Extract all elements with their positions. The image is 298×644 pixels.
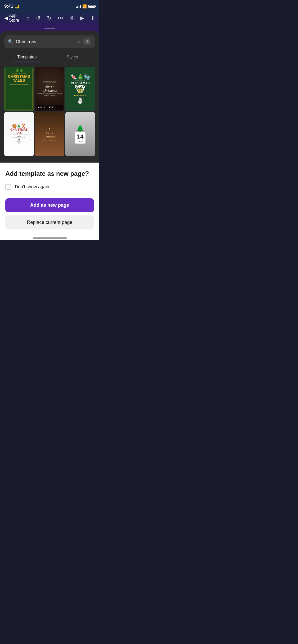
holly-decoration-2: 🌿 <box>20 69 23 72</box>
countdown-box: 14 Days <box>75 132 85 144</box>
countdown-label: Days <box>77 140 83 142</box>
back-label: App Store <box>9 13 26 23</box>
template-item-6[interactable]: 🌲 14 Days <box>65 112 95 156</box>
status-right: 📶 <box>76 4 95 8</box>
moon-icon: 🌙 <box>15 4 19 8</box>
dont-show-checkbox[interactable] <box>5 184 11 190</box>
battery-icon <box>88 5 95 8</box>
fair-snowman-icon: ⛄ <box>16 139 22 144</box>
search-icon: 🔍 <box>8 39 13 44</box>
content-area: 🔍 Christmas ✕ ⚙ Templates Styles 🌿 � <box>0 26 99 163</box>
template-title-2: MerryChristmas <box>37 84 62 93</box>
template-month-3: DECEMBER <box>67 94 93 96</box>
sheet-handle <box>44 28 55 29</box>
search-bar[interactable]: 🔍 Christmas ✕ ⚙ <box>4 35 95 48</box>
plant-decoration: 🌲 <box>76 125 84 132</box>
redo-icon[interactable]: ↻ <box>47 15 51 21</box>
template-title-5: MerryChristmas <box>44 131 56 138</box>
template-subtitle-4: JOIN US FOR CRAFTS, MUSIC AND DELICIOUS … <box>6 134 32 137</box>
search-clear-icon[interactable]: ✕ <box>77 39 81 44</box>
template-item-2[interactable]: 25 DECEMBER, 2022 MerryChristmas May the… <box>35 67 65 111</box>
template-item-1[interactable]: 🌿 🌿 HELENE PAQUET CHRISTMASTALES Fun chr… <box>4 67 34 111</box>
tab-styles[interactable]: Styles <box>50 52 95 62</box>
more-icon[interactable]: ••• <box>58 15 63 21</box>
back-arrow-icon: ◀ <box>4 15 8 21</box>
template-item-3[interactable]: 🍬🎄🧤 JOIN US FOR A CHRISTMASPARTY 25 DECE… <box>65 67 95 111</box>
signal-bars <box>76 5 81 8</box>
add-as-new-page-button[interactable]: Add as new page <box>5 198 94 212</box>
home-bar <box>33 237 67 239</box>
modal-sheet: Add template as new page? Don't show aga… <box>0 163 99 235</box>
search-query[interactable]: Christmas <box>16 39 75 44</box>
share-icon[interactable]: ⬆ <box>91 15 95 21</box>
tabs: Templates Styles <box>4 52 95 62</box>
status-left: 9:41 🌙 <box>4 4 19 9</box>
snowman-icon: ⛄ <box>67 96 93 104</box>
crown-small-icon: ♛ <box>46 106 48 108</box>
tab-templates[interactable]: Templates <box>4 52 50 62</box>
template-title-3: CHRISTMASPARTY <box>67 82 93 89</box>
duration-text: 0:12 <box>40 106 45 109</box>
template-title-4: CHRISTMASFAIR <box>10 128 28 134</box>
sheet-handle-area <box>0 26 99 29</box>
home-icon[interactable]: ⌂ <box>26 15 30 21</box>
status-bar: 9:41 🌙 📶 <box>0 0 99 11</box>
party-decoration: 🍬🎄🧤 <box>67 74 93 80</box>
wifi-icon: 📶 <box>82 4 87 8</box>
template-message-2: May the spirit and happiness of Christma… <box>37 93 62 96</box>
template-item-4[interactable]: 🍪🎄🎅 CHRISTMASFAIR JOIN US FOR CRAFTS, MU… <box>4 112 34 156</box>
pro-label: PRO <box>49 106 54 109</box>
template-subtitle-1: Fun christmas fairy tales for kids <box>6 84 32 86</box>
search-panel: 🔍 Christmas ✕ ⚙ Templates Styles 🌿 � <box>0 31 99 163</box>
template-title-1: CHRISTMASTALES <box>6 75 32 83</box>
search-filter-icon[interactable]: ⚙ <box>83 38 91 45</box>
star-icon: ✦ <box>48 127 51 130</box>
dont-show-row[interactable]: Don't show again <box>5 184 94 190</box>
crown-icon[interactable]: ♛ <box>70 15 74 21</box>
template-content-2: 25 DECEMBER, 2022 MerryChristmas May the… <box>37 81 62 96</box>
dont-show-label: Don't show again <box>15 184 49 190</box>
template-date-2: 25 DECEMBER, 2022 <box>37 81 62 83</box>
template-subtitle-5: HAPPY NEW YEAR <box>42 139 57 141</box>
fair-decoration: 🍪🎄🎅 <box>12 124 26 128</box>
template-item-5[interactable]: ✦ MerryChristmas HAPPY NEW YEAR <box>35 112 65 157</box>
template-day-3: 25 <box>67 89 93 94</box>
status-time: 9:41 <box>4 4 13 9</box>
nav-bar: ◀ App Store ⌂ ↺ ↻ ••• ♛ ▶ ⬆ <box>0 11 99 26</box>
modal-title: Add template as new page? <box>5 170 94 178</box>
holly-decoration: 🌿 <box>15 69 19 72</box>
back-link[interactable]: ◀ App Store <box>4 13 26 23</box>
pro-badge: ▶ 0:12 ♛ PRO <box>37 105 63 109</box>
template-grid: 🌿 🌿 HELENE PAQUET CHRISTMASTALES Fun chr… <box>4 67 95 158</box>
nav-icons: ⌂ ↺ ↻ ••• ♛ ▶ ⬆ <box>26 15 95 21</box>
play-icon[interactable]: ▶ <box>80 15 84 21</box>
countdown-number: 14 <box>77 133 83 140</box>
home-indicator <box>0 235 99 240</box>
play-small-icon: ▶ <box>38 106 39 108</box>
replace-current-page-button[interactable]: Replace current page <box>5 215 94 229</box>
undo-icon[interactable]: ↺ <box>36 15 40 21</box>
